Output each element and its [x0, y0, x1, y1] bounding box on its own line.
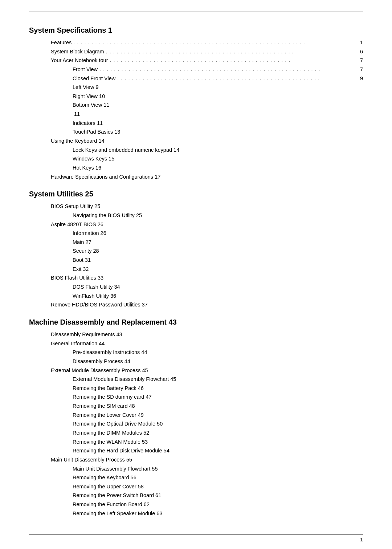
toc-entry-boot: Boot 31 [73, 256, 363, 265]
toc-entry-pre-disassembly-instructions: Pre-disassembly Instructions 44 [73, 348, 363, 357]
toc-entry-removing-sim-card: Removing the SIM card 48 [73, 402, 363, 411]
top-border [29, 12, 363, 12]
toc-entry-bios-setup-utility: BIOS Setup Utility 25 [51, 202, 363, 211]
toc-entry-security: Security 28 [73, 247, 363, 256]
toc-entry-information: Information 26 [73, 229, 363, 238]
toc-entry-indicators: Indicators 11 [73, 119, 363, 128]
toc-entry-main: Main 27 [73, 238, 363, 247]
toc-entry-right-view: Right View 10 [73, 92, 363, 101]
toc-entry-disassembly-process: Disassembly Process 44 [73, 357, 363, 366]
toc-entry-removing-optical-drive: Removing the Optical Drive Module 50 [73, 419, 363, 428]
toc-entry-external-modules-flowchart: External Modules Disassembly Flowchart 4… [73, 375, 363, 384]
toc-entry-removing-wlan-module: Removing the WLAN Module 53 [73, 438, 363, 447]
toc-entry-remove-hdd-bios-password: Remove HDD/BIOS Password Utilities 37 [51, 300, 363, 309]
toc-entry-exit: Exit 32 [73, 265, 363, 274]
section-system-utilities: System Utilities 25 BIOS Setup Utility 2… [29, 190, 363, 309]
toc-entry-removing-dimm-modules: Removing the DIMM Modules 52 [73, 428, 363, 438]
section-system-specs: System Specifications 1 Features . . . .… [29, 26, 363, 181]
toc-entry-removing-keyboard: Removing the Keyboard 56 [73, 473, 363, 482]
toc-entry-notebook-tour: Your Acer Notebook tour . . . . . . . . … [51, 56, 363, 65]
toc-entry-11: 11 [73, 110, 363, 119]
toc-entry-front-view: Front View . . . . . . . . . . . . . . .… [73, 65, 363, 74]
toc-entry-hot-keys: Hot Keys 16 [73, 163, 363, 172]
toc-entry-removing-power-switch-board: Removing the Power Switch Board 61 [73, 491, 363, 500]
bottom-border [29, 534, 363, 534]
toc-entry-windows-keys: Windows Keys 15 [73, 154, 363, 163]
section-heading-system-specs: System Specifications 1 [29, 26, 363, 34]
page-number: 1 [360, 537, 363, 542]
toc-entry-main-unit-flowchart: Main Unit Disassembly Flowchart 55 [73, 464, 363, 473]
toc-entry-aspire-4820t-bios: Aspire 4820T BIOS 26 [51, 220, 363, 229]
toc-entry-removing-left-speaker-module: Removing the Left Speaker Module 63 [73, 509, 363, 518]
toc-entry-main-unit-disassembly: Main Unit Disassembly Process 55 [51, 455, 363, 464]
section-machine-disassembly: Machine Disassembly and Replacement 43 D… [29, 318, 363, 518]
toc-entry-closed-front-view: Closed Front View . . . . . . . . . . . … [73, 74, 363, 83]
toc-entry-system-block-diagram: System Block Diagram . . . . . . . . . .… [51, 47, 363, 56]
toc-entry-external-module-disassembly: External Module Disassembly Process 45 [51, 366, 363, 375]
toc-entry-left-view: Left View 9 [73, 83, 363, 92]
toc-entry-lock-keys: Lock Keys and embedded numeric keypad 14 [73, 146, 363, 155]
section-heading-system-utilities: System Utilities 25 [29, 190, 363, 198]
toc-entry-winflash-utility: WinFlash Utility 36 [73, 292, 363, 301]
toc-entry-navigating-bios: Navigating the BIOS Utility 25 [73, 211, 363, 220]
toc-entry-dos-flash-utility: DOS Flash Utility 34 [73, 282, 363, 292]
toc-entry-features: Features . . . . . . . . . . . . . . . .… [51, 38, 363, 47]
toc-entry-removing-sd-dummy-card: Removing the SD dummy card 47 [73, 393, 363, 402]
toc-entry-bottom-view: Bottom View 11 [73, 101, 363, 110]
toc-entry-removing-function-board: Removing the Function Board 62 [73, 500, 363, 509]
toc-entry-removing-hard-disk-drive: Removing the Hard Disk Drive Module 54 [73, 446, 363, 455]
toc-entry-using-keyboard: Using the Keyboard 14 [51, 137, 363, 146]
toc-entry-disassembly-requirements: Disassembly Requirements 43 [51, 330, 363, 339]
toc-entry-bios-flash-utilities: BIOS Flash Utilities 33 [51, 273, 363, 282]
toc-entry-hardware-specs: Hardware Specifications and Configuratio… [51, 172, 363, 182]
page-container: System Specifications 1 Features . . . .… [0, 0, 392, 541]
toc-entry-touchpad-basics: TouchPad Basics 13 [73, 127, 363, 137]
toc-entry-removing-lower-cover: Removing the Lower Cover 49 [73, 411, 363, 420]
section-heading-machine-disassembly: Machine Disassembly and Replacement 43 [29, 318, 363, 326]
toc-entry-removing-battery-pack: Removing the Battery Pack 46 [73, 384, 363, 393]
toc-entry-removing-upper-cover: Removing the Upper Cover 58 [73, 482, 363, 491]
toc-entry-general-information: General Information 44 [51, 339, 363, 348]
